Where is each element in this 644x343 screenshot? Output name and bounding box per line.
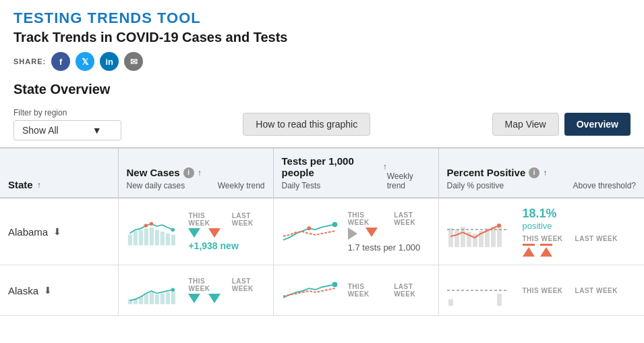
section-header: State Overview bbox=[0, 71, 644, 103]
app-title: TESTING TRENDS TOOL bbox=[13, 9, 631, 27]
filter-left: Filter by region Show All ▼ bbox=[13, 108, 121, 140]
app-subtitle: Track Trends in COVID-19 Cases and Tests bbox=[13, 30, 631, 45]
tests-weekly-label: Weekly trend bbox=[387, 172, 430, 190]
data-table: State ↑ New Cases i ↑ New daily cases We… bbox=[0, 147, 644, 316]
tests-trend-arrow-this bbox=[348, 228, 357, 240]
svg-rect-5 bbox=[154, 230, 158, 245]
table-row: Alabama ⬇ bbox=[0, 198, 644, 265]
alaska-new-cases-chart bbox=[127, 273, 181, 307]
threshold-arrow-last-week bbox=[540, 244, 552, 257]
new-cases-weekly-label: Weekly trend bbox=[218, 181, 265, 190]
new-cases-sort-icon[interactable]: ↑ bbox=[198, 168, 202, 178]
alaska-trend-arrow-this bbox=[188, 294, 200, 303]
svg-rect-30 bbox=[154, 294, 158, 304]
state-name: Alaska bbox=[8, 285, 38, 296]
section-title: State Overview bbox=[13, 82, 631, 97]
svg-rect-4 bbox=[149, 228, 153, 246]
tests-chart bbox=[282, 215, 340, 248]
state-cell: Alabama ⬇ bbox=[0, 198, 118, 265]
percent-sort-icon[interactable]: ↑ bbox=[543, 168, 547, 178]
download-icon[interactable]: ⬇ bbox=[44, 285, 52, 296]
percent-cell-alaska: THIS WEEK LAST WEEK bbox=[438, 265, 644, 316]
percent-info-icon[interactable]: i bbox=[529, 167, 539, 178]
tests-sub-label: Daily Tests bbox=[282, 181, 387, 190]
new-cases-cell: THIS WEEK LAST WEEK +1,938 new bbox=[118, 198, 273, 265]
svg-rect-1 bbox=[133, 231, 137, 245]
pct-this-week-label: THIS WEEK bbox=[523, 235, 563, 242]
filter-right: Map View Overview bbox=[492, 113, 631, 136]
col-header-state: State ↑ bbox=[0, 148, 118, 198]
chevron-down-icon: ▼ bbox=[92, 125, 102, 136]
trend-arrow-this-week bbox=[188, 228, 200, 238]
svg-rect-37 bbox=[497, 294, 502, 306]
alaska-percent-trend: THIS WEEK LAST WEEK bbox=[523, 287, 618, 294]
svg-point-11 bbox=[171, 228, 174, 232]
linkedin-share-button[interactable]: in bbox=[100, 52, 119, 71]
table-row: Alaska ⬇ bbox=[0, 265, 644, 316]
col-header-new-cases: New Cases i ↑ New daily cases Weekly tre… bbox=[118, 148, 273, 198]
map-view-button[interactable]: Map View bbox=[492, 113, 559, 136]
tests-col-label: Tests per 1,000 people bbox=[282, 155, 380, 178]
svg-rect-28 bbox=[144, 293, 148, 304]
this-week-label: THIS WEEK bbox=[188, 212, 219, 227]
percent-chart bbox=[447, 215, 515, 248]
download-icon[interactable]: ⬇ bbox=[53, 226, 61, 237]
alaska-percent-chart bbox=[447, 273, 515, 307]
tests-cell: THIS WEEK LAST WEEK 1.7 tests per 1,000 bbox=[273, 198, 438, 265]
percent-label: positive bbox=[523, 221, 557, 231]
share-row: SHARE: f 𝕏 in ✉ bbox=[13, 52, 631, 71]
percent-trend: 18.1% positive THIS WEEK LAST WEEK bbox=[523, 207, 618, 257]
tests-sort-icon[interactable]: ↑ bbox=[383, 162, 387, 172]
svg-rect-36 bbox=[448, 299, 453, 306]
svg-point-13 bbox=[307, 226, 311, 230]
svg-rect-3 bbox=[144, 229, 148, 246]
last-week-label: LAST WEEK bbox=[232, 212, 265, 227]
pct-last-week-label: LAST WEEK bbox=[575, 235, 618, 242]
new-cases-sub-label: New daily cases bbox=[127, 181, 202, 190]
facebook-share-button[interactable]: f bbox=[51, 52, 70, 71]
new-cases-trend: THIS WEEK LAST WEEK +1,938 new bbox=[188, 212, 264, 251]
svg-rect-2 bbox=[138, 230, 142, 245]
filter-center: How to read this graphic bbox=[135, 113, 479, 136]
filter-row: Filter by region Show All ▼ How to read … bbox=[0, 103, 644, 147]
twitter-share-button[interactable]: 𝕏 bbox=[76, 52, 94, 71]
share-label: SHARE: bbox=[13, 57, 46, 65]
filter-label: Filter by region bbox=[13, 108, 121, 117]
tests-cell-alaska: THIS WEEK LAST WEEK bbox=[273, 265, 438, 316]
top-bar: TESTING TRENDS TOOL Track Trends in COVI… bbox=[0, 0, 644, 71]
svg-rect-22 bbox=[497, 225, 502, 247]
state-sort-icon[interactable]: ↑ bbox=[37, 180, 41, 190]
alaska-trend-arrow-last bbox=[208, 294, 221, 303]
svg-point-24 bbox=[497, 223, 501, 228]
trend-arrow-last-week bbox=[208, 228, 221, 238]
region-filter-select[interactable]: Show All ▼ bbox=[13, 120, 121, 140]
svg-rect-0 bbox=[127, 234, 131, 245]
percent-col-label: Percent Positive bbox=[447, 167, 526, 178]
tests-label: 1.7 tests per 1,000 bbox=[348, 242, 430, 253]
new-cases-info-icon[interactable]: i bbox=[183, 167, 194, 178]
tests-this-week-label: THIS WEEK bbox=[348, 211, 382, 226]
new-cases-label: +1,938 new bbox=[188, 240, 264, 251]
new-cases-cell-alaska: THIS WEEK LAST WEEK bbox=[118, 265, 273, 316]
state-cell: Alaska ⬇ bbox=[0, 265, 118, 316]
svg-rect-33 bbox=[171, 291, 175, 305]
svg-rect-14 bbox=[448, 228, 453, 247]
how-to-button[interactable]: How to read this graphic bbox=[243, 113, 370, 136]
svg-rect-7 bbox=[165, 234, 169, 246]
svg-rect-32 bbox=[165, 292, 169, 305]
new-cases-col-label: New Cases bbox=[127, 167, 180, 178]
tests-trend: THIS WEEK LAST WEEK 1.7 tests per 1,000 bbox=[348, 211, 430, 253]
percent-value: 18.1% bbox=[523, 207, 557, 221]
overview-button[interactable]: Overview bbox=[564, 113, 631, 136]
svg-rect-31 bbox=[160, 293, 164, 304]
percent-sub-label: Daily % positive bbox=[447, 181, 548, 190]
alaska-tests-trend: THIS WEEK LAST WEEK bbox=[348, 283, 430, 298]
email-share-button[interactable]: ✉ bbox=[124, 52, 143, 71]
svg-point-35 bbox=[332, 282, 337, 288]
svg-point-12 bbox=[332, 222, 337, 228]
state-col-label: State bbox=[8, 179, 33, 190]
svg-rect-8 bbox=[171, 234, 175, 245]
svg-point-9 bbox=[144, 223, 147, 227]
svg-point-34 bbox=[171, 288, 174, 291]
tests-last-week-label: LAST WEEK bbox=[394, 211, 430, 226]
